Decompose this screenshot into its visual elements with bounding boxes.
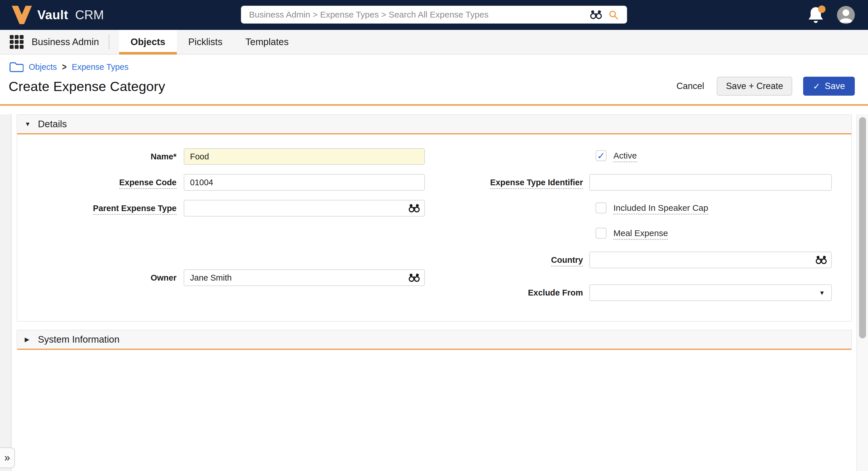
field-row-owner: Owner	[23, 269, 425, 286]
save-button-label: Save	[825, 81, 845, 91]
tab-objects-label: Objects	[131, 36, 165, 48]
search-icon[interactable]	[609, 10, 619, 20]
tab-picklists-label: Picklists	[188, 36, 222, 48]
lookup-binoculars-icon[interactable]	[815, 256, 827, 264]
field-row-name: Name*	[23, 148, 425, 165]
name-input[interactable]	[184, 148, 425, 165]
field-row-expense-type-identifier: Expense Type Identifier	[434, 174, 832, 191]
field-row-exclude-from: Exclude From ▼	[434, 284, 832, 301]
included-in-speaker-cap-label: Included In Speaker Cap	[613, 203, 708, 213]
app-label[interactable]: Business Admin	[32, 36, 99, 48]
details-section-title: Details	[38, 119, 67, 129]
exclude-from-label: Exclude From	[434, 288, 589, 297]
brand-name-light: CRM	[75, 8, 104, 22]
collapse-caret-icon: ▼	[25, 121, 38, 127]
breadcrumb-separator: >	[62, 61, 67, 73]
expand-panel-button[interactable]: »	[0, 447, 15, 468]
lookup-binoculars-icon[interactable]	[408, 204, 420, 212]
breadcrumb-link-objects[interactable]: Objects	[29, 62, 57, 72]
page-header: Create Expense Category Cancel Save + Cr…	[0, 73, 868, 96]
system-information-header[interactable]: ▶ System Information	[17, 330, 851, 350]
country-input[interactable]	[589, 252, 832, 268]
parent-expense-type-input[interactable]	[184, 200, 425, 216]
active-checkbox[interactable]: ✓	[596, 150, 607, 161]
details-form: Name* Expense Code Parent Expense Type	[17, 135, 851, 321]
details-section: ▼ Details Name* Expense Code Parent Expe…	[17, 114, 852, 322]
field-row-meal-expense: ✓ Meal Expense	[596, 228, 668, 239]
cancel-button[interactable]: Cancel	[675, 81, 706, 92]
check-icon: ✓	[597, 151, 605, 160]
breadcrumb: Objects > Expense Types	[0, 55, 868, 73]
expense-type-identifier-input[interactable]	[589, 174, 832, 191]
save-create-button[interactable]: Save + Create	[717, 77, 792, 96]
page-title: Create Expense Category	[9, 79, 165, 94]
meal-expense-checkbox[interactable]: ✓	[596, 228, 607, 239]
page-actions: Cancel Save + Create ✓ Save	[675, 77, 855, 96]
expand-caret-icon: ▶	[25, 336, 38, 343]
field-row-parent-expense-type: Parent Expense Type	[23, 200, 425, 216]
user-avatar[interactable]	[837, 6, 855, 24]
field-row-included-in-speaker-cap: ✓ Included In Speaker Cap	[596, 203, 708, 213]
scrollbar-track[interactable]	[857, 114, 868, 471]
orange-divider	[0, 104, 868, 106]
business-admin-nav-bar: Business Admin Objects Picklists Templat…	[0, 30, 868, 55]
lookup-binoculars-icon[interactable]	[408, 273, 420, 282]
scrollbar-thumb[interactable]	[859, 117, 866, 338]
system-information-section: ▶ System Information	[17, 330, 852, 350]
details-section-header[interactable]: ▼ Details	[17, 115, 851, 135]
top-navigation-bar: VaultCRM	[0, 0, 868, 30]
notification-badge	[818, 5, 826, 13]
notifications-bell-icon[interactable]	[808, 6, 825, 24]
admin-tabs: Objects Picklists Templates	[119, 30, 300, 54]
field-row-active: ✓ Active	[596, 150, 637, 161]
app-grid-icon[interactable]	[9, 34, 24, 50]
main-content: » ▼ Details Name* Expense Code Pare	[0, 114, 868, 471]
tab-objects[interactable]: Objects	[119, 30, 177, 54]
exclude-from-dropdown[interactable]: ▼	[589, 284, 832, 301]
save-button[interactable]: ✓ Save	[803, 77, 855, 96]
chevron-double-right-icon: »	[4, 452, 10, 464]
parent-expense-type-label: Parent Expense Type	[23, 204, 184, 213]
country-label: Country	[434, 255, 589, 265]
tab-picklists[interactable]: Picklists	[177, 30, 234, 54]
meal-expense-label: Meal Expense	[613, 228, 668, 238]
tab-templates-label: Templates	[245, 36, 288, 48]
check-icon: ✓	[813, 81, 820, 91]
expense-type-identifier-label: Expense Type Identifier	[434, 178, 589, 187]
veeva-v-icon	[11, 6, 32, 24]
field-row-expense-code: Expense Code	[23, 174, 425, 191]
system-information-title: System Information	[38, 334, 119, 345]
global-search	[241, 6, 627, 24]
caret-down-icon: ▼	[819, 290, 825, 296]
advanced-search-binoculars-icon[interactable]	[590, 10, 602, 19]
collapsed-side-panel	[0, 114, 11, 471]
tab-templates[interactable]: Templates	[234, 30, 300, 54]
nav-divider	[109, 34, 110, 50]
active-label: Active	[613, 151, 637, 160]
brand-name-bold: Vault	[37, 8, 68, 22]
owner-label: Owner	[23, 273, 184, 283]
field-row-country: Country	[434, 252, 832, 268]
expense-code-input[interactable]	[184, 174, 425, 191]
name-label: Name*	[23, 152, 184, 161]
owner-input[interactable]	[184, 269, 425, 286]
included-in-speaker-cap-checkbox[interactable]: ✓	[596, 203, 607, 213]
breadcrumb-link-expense-types[interactable]: Expense Types	[72, 62, 129, 72]
folder-icon	[9, 61, 24, 73]
expense-code-label: Expense Code	[23, 178, 184, 187]
vault-crm-logo[interactable]: VaultCRM	[11, 6, 104, 24]
search-input[interactable]	[241, 6, 627, 24]
